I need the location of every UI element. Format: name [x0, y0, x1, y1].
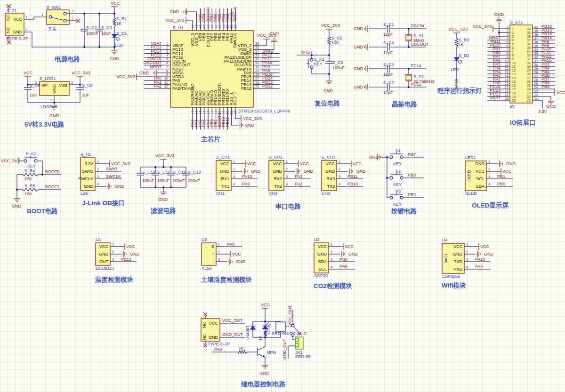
resistor-icon [455, 39, 458, 47]
pin-number: 1 [25, 15, 27, 19]
switch-contact-icon [64, 19, 66, 22]
net-label: GND [251, 169, 261, 174]
pin-name: SWCLK [78, 176, 93, 181]
pin-name: NC [6, 27, 10, 33]
pin-number: 12 [164, 84, 168, 88]
net-label: VCC [502, 169, 512, 174]
net-label: GND [506, 161, 516, 166]
designator: KEY [393, 182, 402, 187]
section-title: 程序运行指示灯 [437, 87, 482, 94]
net-label: VCC_3V3 [111, 161, 130, 166]
junction-dot [162, 166, 164, 168]
junction-dot [264, 320, 266, 322]
pin-name: SWIO [82, 169, 93, 174]
net-label: 3.3V [538, 109, 547, 114]
designator: S_U1 [173, 25, 184, 30]
net-label: 100nF [86, 31, 98, 36]
designator: S_C9 [82, 83, 93, 88]
net-label: 1uF [30, 93, 37, 97]
switch-contact-icon [310, 66, 313, 69]
designator: S_C10 [142, 170, 155, 175]
pin-name: TX1 [221, 184, 229, 189]
pin-number: 1 [49, 99, 53, 101]
pin-name: GND [220, 169, 230, 174]
net-label: PB7 [408, 152, 416, 157]
net-label: 12pF [383, 32, 393, 37]
switch-contact-icon [310, 58, 313, 61]
junction-dot [41, 174, 43, 176]
designator: LED [266, 326, 270, 334]
junction-dot [264, 336, 266, 338]
section-title: 继电器控制电路 [241, 381, 286, 388]
pin-number: 1 [331, 242, 332, 247]
designator: S_CH2 [269, 155, 282, 160]
net-label: VCC_3V3 [243, 116, 262, 121]
net-label: NRST [150, 64, 162, 69]
pin-name: TXD [454, 259, 463, 264]
net-label: PB5 [339, 264, 347, 269]
component-body[interactable] [276, 322, 285, 331]
junction-dot [328, 73, 330, 75]
transistor-icon [258, 347, 265, 350]
junction-dot [170, 186, 172, 188]
net-label: GND [356, 169, 366, 174]
section-title: Wifi模块 [442, 282, 466, 289]
net-label: GND [269, 32, 279, 36]
pin-name: NC [202, 334, 207, 340]
pin-number: 3 [35, 80, 37, 85]
pin-name: VCC [318, 244, 327, 249]
schematic-svg[interactable]: S_T100NCNCVCCGND12TYPE-C-2PS_SW1开关231S_C… [0, 0, 565, 392]
junction-dot [408, 86, 410, 88]
net-label: GND_OUT [222, 332, 243, 337]
designator: K3 [396, 189, 401, 193]
designator: S_R1 [116, 16, 127, 21]
net-label: GND [354, 26, 363, 31]
designator: U2 [202, 237, 207, 242]
net-label: VBAT [490, 96, 500, 100]
designator: OLED [467, 170, 471, 182]
pin-number: 3 [488, 175, 490, 179]
diode-icon [250, 326, 256, 329]
net-label: PA9 [475, 264, 483, 269]
component-body[interactable] [295, 338, 299, 342]
component-body[interactable] [295, 344, 299, 347]
designator: KEY [27, 164, 36, 168]
net-label: VCC [261, 303, 270, 307]
net-label: GND [323, 88, 333, 93]
net-label: 100nF [157, 178, 170, 183]
designator: LED [115, 43, 123, 48]
net-label: 12pF [383, 72, 393, 77]
junction-dot [154, 166, 156, 168]
pin-name: RX3 [326, 176, 335, 181]
net-label: VCC [480, 244, 490, 249]
pin-number: 3 [97, 175, 99, 179]
net-label: PA3 [295, 174, 302, 179]
net-label: 12pF [383, 90, 393, 95]
pin-number: 2 [25, 28, 27, 32]
net-label: 1K [239, 346, 244, 351]
designator: SRD-05VDC-SL-C [272, 331, 307, 336]
designator: S_D2 [459, 53, 469, 58]
net-label: VCC_OUT [222, 318, 243, 323]
net-label: GND [369, 155, 379, 160]
designator: S_C5 [332, 60, 343, 65]
net-label: GND [236, 259, 246, 264]
designator: S_D1 [116, 31, 127, 36]
junction-dot [83, 46, 85, 48]
designator: IO [510, 104, 515, 109]
net-label: GND [170, 9, 179, 14]
net-label: VCC [232, 252, 242, 256]
designator: S_ST1 [510, 20, 523, 24]
schematic-canvas[interactable]: S_T100NCNCVCCGND12TYPE-C-2PS_SW1开关231S_C… [0, 0, 565, 392]
net-label: VCC [247, 161, 257, 166]
pin-name: Vout [59, 83, 68, 88]
net-label: GND [348, 252, 358, 256]
pin-number: 3 [233, 175, 235, 179]
designator: K2 [396, 169, 401, 174]
designator: K1 [396, 148, 401, 153]
junction-dot [386, 156, 388, 158]
pin-name: GND [99, 252, 109, 256]
net-label: GND [354, 66, 363, 71]
pin-number: 2 [286, 167, 288, 171]
pin-number: 4 [286, 182, 288, 186]
